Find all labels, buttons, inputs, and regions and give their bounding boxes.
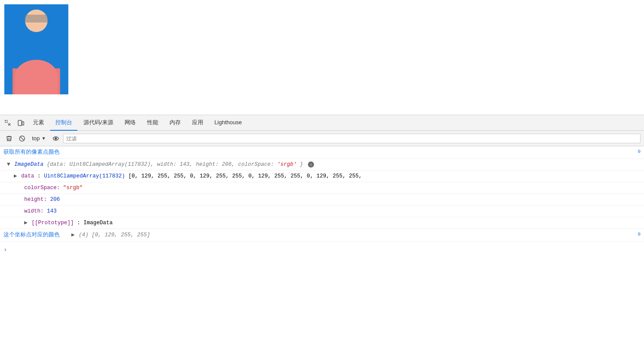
- console-prototype-line: ▶ [[Prototype]] : ImageData: [0, 217, 644, 229]
- devtools-tab-bar: 元素 控制台 源代码/来源 网络 性能 内存 应用 Lighthouse: [0, 115, 644, 131]
- prototype-toggle[interactable]: ▶: [24, 220, 28, 226]
- context-selector[interactable]: top ▼: [29, 134, 48, 142]
- imagedata-close-brace: }: [300, 161, 303, 168]
- profile-image: [4, 4, 68, 94]
- prompt-arrow[interactable]: ›: [3, 245, 7, 255]
- devtools-panel: 元素 控制台 源代码/来源 网络 性能 内存 应用 Lighthouse top…: [0, 115, 644, 258]
- data-label: data: [21, 173, 34, 179]
- console-toolbar: top ▼: [0, 131, 644, 146]
- data-type: Uint8ClampedArray(117832): [44, 173, 125, 179]
- array-toggle[interactable]: ▶: [71, 232, 75, 238]
- width-value: 143: [47, 208, 57, 214]
- face-blur: [25, 15, 48, 23]
- width-content: width: 143: [0, 207, 644, 216]
- console-line-2-content: 这个坐标点对应的颜色 ▶ (4) [0, 129, 255, 255]: [0, 231, 638, 239]
- console-line-1: 获取所有的像素点颜色 0: [0, 146, 644, 159]
- prototype-content: ▶ [[Prototype]] : ImageData: [0, 219, 644, 227]
- width-label: width:: [24, 208, 44, 214]
- tab-sources[interactable]: 源代码/来源: [78, 115, 119, 131]
- svg-line-4: [20, 137, 24, 140]
- info-icon[interactable]: i: [308, 161, 314, 168]
- console-text-2: 这个坐标点对应的颜色: [3, 232, 60, 238]
- height-label: height:: [24, 197, 47, 203]
- tab-lighthouse[interactable]: Lighthouse: [209, 115, 247, 131]
- colorspace-value: "srgb": [63, 185, 83, 191]
- svg-rect-0: [5, 120, 7, 123]
- inspect-element-icon[interactable]: [2, 117, 14, 129]
- svg-point-6: [55, 138, 57, 139]
- imagedata-toggle[interactable]: ▼: [7, 161, 10, 168]
- imagedata-label: ImageData: [14, 161, 47, 168]
- device-toolbar-icon[interactable]: [15, 117, 27, 129]
- console-line-1-content: 获取所有的像素点颜色: [0, 148, 638, 157]
- console-prompt-line: ›: [0, 242, 644, 258]
- eye-icon[interactable]: [50, 133, 61, 144]
- console-height-line: height: 206: [0, 194, 644, 206]
- console-imagedata-line: ▼ ImageData {data: Uint8ClampedArray(117…: [0, 159, 644, 171]
- filter-input[interactable]: [63, 134, 641, 143]
- console-line-2: 这个坐标点对应的颜色 ▶ (4) [0, 129, 255, 255] 0: [0, 229, 644, 242]
- imagedata-colorspace-val: 'srgb': [277, 161, 297, 168]
- colorspace-content: colorSpace: "srgb": [0, 184, 644, 192]
- console-source-2[interactable]: 0: [638, 231, 644, 239]
- data-toggle[interactable]: ▶: [14, 173, 17, 179]
- tab-application[interactable]: 应用: [187, 115, 208, 131]
- colorspace-label: colorSpace:: [24, 185, 60, 191]
- ban-icon[interactable]: [16, 133, 28, 144]
- console-source-1[interactable]: 0: [638, 148, 644, 156]
- svg-rect-2: [22, 122, 24, 125]
- context-label: top: [32, 135, 40, 142]
- prototype-label: [[Prototype]]: [32, 220, 74, 226]
- clear-console-icon[interactable]: [3, 133, 15, 144]
- console-width-line: width: 143: [0, 206, 644, 217]
- prototype-colon: : ImageData: [77, 220, 113, 226]
- tab-performance[interactable]: 性能: [142, 115, 163, 131]
- console-data-line: ▶ data : Uint8ClampedArray(117832) [0, 1…: [0, 171, 644, 182]
- height-value: 206: [50, 197, 60, 203]
- data-colon: :: [38, 173, 44, 179]
- context-dropdown-arrow: ▼: [42, 136, 46, 141]
- tab-console[interactable]: 控制台: [50, 115, 77, 131]
- tab-network[interactable]: 网络: [119, 115, 141, 131]
- console-colorspace-line: colorSpace: "srgb": [0, 182, 644, 194]
- console-text-1: 获取所有的像素点颜色: [3, 149, 60, 155]
- data-line-content: ▶ data : Uint8ClampedArray(117832) [0, 1…: [0, 172, 644, 181]
- svg-rect-1: [18, 120, 22, 126]
- top-area: [0, 0, 644, 115]
- tab-memory[interactable]: 内存: [164, 115, 186, 131]
- array-content: (4) [0, 129, 255, 255]: [79, 232, 150, 238]
- console-output: 获取所有的像素点颜色 0 ▼ ImageData {data: Uint8Cla…: [0, 146, 644, 258]
- person-body: [15, 60, 58, 94]
- data-values: [0, 129, 255, 255, 0, 129, 255, 255, 0, …: [128, 173, 362, 179]
- imagedata-summary: {data: Uint8ClampedArray(117832), width:…: [47, 161, 277, 168]
- height-content: height: 206: [0, 195, 644, 204]
- tab-elements[interactable]: 元素: [28, 115, 49, 131]
- imagedata-content: ▼ ImageData {data: Uint8ClampedArray(117…: [0, 160, 644, 169]
